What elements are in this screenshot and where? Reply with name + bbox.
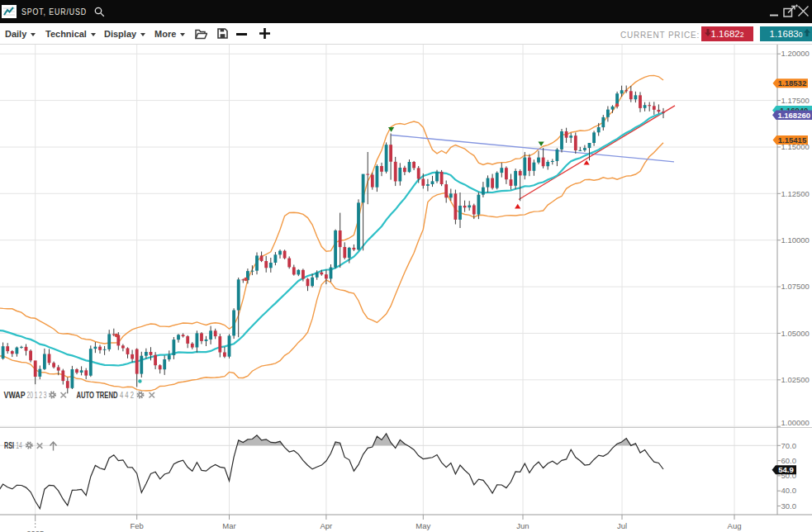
svg-text:1.10000: 1.10000 bbox=[781, 235, 810, 245]
svg-text:1.168260: 1.168260 bbox=[777, 111, 810, 120]
svg-text:1.05000: 1.05000 bbox=[781, 329, 810, 338]
svg-text:RSI: RSI bbox=[4, 441, 14, 450]
svg-text:1.12500: 1.12500 bbox=[781, 189, 810, 198]
svg-text:1.15415: 1.15415 bbox=[778, 135, 807, 145]
svg-text:1.18532: 1.18532 bbox=[778, 78, 806, 88]
svg-text:70.0: 70.0 bbox=[781, 441, 797, 450]
svg-text:1.17500: 1.17500 bbox=[781, 96, 810, 105]
svg-text:1.02500: 1.02500 bbox=[781, 375, 810, 384]
svg-text:Feb: Feb bbox=[131, 521, 144, 530]
svg-text:VWAP: VWAP bbox=[4, 391, 26, 400]
svg-text:Jul: Jul bbox=[617, 521, 627, 530]
svg-text:Mar: Mar bbox=[222, 521, 235, 530]
svg-text:May: May bbox=[415, 521, 430, 530]
svg-text:54.9: 54.9 bbox=[778, 465, 794, 474]
svg-text:40.0: 40.0 bbox=[781, 486, 797, 495]
svg-text:14: 14 bbox=[16, 441, 22, 450]
svg-text:2025: 2025 bbox=[26, 529, 44, 532]
svg-text:Apr: Apr bbox=[321, 521, 333, 530]
svg-text:SPOT, EUR/USD: SPOT, EUR/USD bbox=[21, 7, 87, 17]
svg-text:AUTO TREND: AUTO TREND bbox=[77, 391, 118, 400]
svg-text:1.00000: 1.00000 bbox=[781, 418, 810, 427]
svg-text:60.0: 60.0 bbox=[781, 456, 797, 465]
svg-text:30.0: 30.0 bbox=[781, 501, 797, 511]
svg-text:1.07500: 1.07500 bbox=[781, 282, 810, 291]
svg-text:4 4 2: 4 4 2 bbox=[120, 391, 134, 400]
svg-text:Jun: Jun bbox=[516, 521, 529, 530]
svg-text:1.20000: 1.20000 bbox=[781, 49, 810, 58]
svg-text:20 1 2 3: 20 1 2 3 bbox=[27, 391, 47, 400]
svg-text:Aug: Aug bbox=[728, 521, 742, 530]
